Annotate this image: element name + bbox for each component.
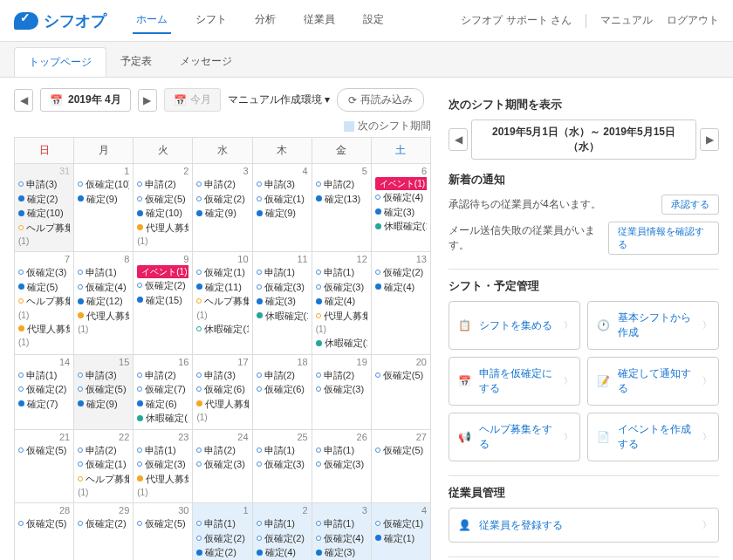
shift-item: イベント(1) [137, 265, 188, 278]
shift-item: 仮確定(3) [316, 280, 367, 295]
shift-item: 確定(3) [375, 205, 427, 220]
separator [449, 475, 719, 476]
day-number: 4 [257, 166, 308, 176]
calendar-cell[interactable]: 24申請(2)仮確定(3) [193, 429, 252, 503]
calendar-cell[interactable]: 19申請(2)仮確定(3) [312, 354, 371, 429]
nav-analysis[interactable]: 分析 [251, 7, 279, 34]
shift-item: 確定(7) [18, 397, 70, 412]
app-header: シフオプ ホーム シフト 分析 従業員 設定 シフオプ サポート さん マニュア… [0, 0, 733, 42]
day-number: 29 [78, 505, 129, 516]
reload-button[interactable]: ⟳ 再読み込み [337, 88, 424, 112]
shift-item: (1) [137, 235, 188, 248]
day-number: 11 [257, 254, 308, 264]
status-dot [137, 210, 143, 216]
day-number: 27 [375, 432, 427, 442]
shift-action-button[interactable]: 🕐基本シフトから作成〉 [587, 301, 719, 350]
status-dot [137, 461, 142, 467]
tab-toppage[interactable]: トップページ [14, 47, 106, 77]
action-icon: 📄 [595, 429, 611, 445]
calendar-cell[interactable]: 26申請(1)仮確定(3) [312, 429, 371, 503]
calendar-cell[interactable]: 3申請(2)仮確定(2)確定(9) [193, 164, 252, 252]
manual-link[interactable]: マニュアル [600, 13, 653, 28]
shift-item: 申請(2) [257, 368, 308, 383]
shift-item: ヘルプ募集 [18, 221, 70, 236]
nav-settings[interactable]: 設定 [360, 7, 387, 34]
calendar-cell[interactable]: 14申請(1)仮確定(2)確定(7) [15, 354, 74, 429]
calendar-cell[interactable]: 8申請(1)仮確定(4)確定(12)代理人募集(1) [74, 252, 134, 355]
shift-action-button[interactable]: 📅申請を仮確定にする〉 [449, 357, 580, 406]
calendar-cell[interactable]: 25申請(1)仮確定(3) [252, 429, 312, 503]
shift-action-button[interactable]: 📄イベントを作成する〉 [587, 413, 719, 461]
calendar-cell[interactable]: 2申請(2)仮確定(5)確定(10)代理人募集(1) [134, 164, 193, 252]
status-dot [78, 298, 84, 304]
tab-message[interactable]: メッセージ [166, 47, 246, 77]
tab-schedule[interactable]: 予定表 [106, 47, 166, 77]
shift-item: ヘルプ募集 [78, 472, 129, 487]
shift-action-button[interactable]: 📝確定して通知する〉 [587, 357, 719, 406]
status-dot [257, 210, 263, 216]
shift-item: 仮確定(2) [18, 382, 70, 397]
calendar-cell[interactable]: 1仮確定(10)確定(9) [74, 164, 134, 252]
notice-action-button[interactable]: 承認する [661, 195, 719, 215]
calendar-cell[interactable]: 12申請(1)仮確定(3)確定(4)代理人募集(1)休暇確定(1) [312, 252, 371, 355]
calendar-cell[interactable]: 18申請(2)仮確定(6) [252, 354, 312, 429]
nav-home[interactable]: ホーム [133, 7, 171, 34]
calendar-cell[interactable]: 6イベント(1)仮確定(4)確定(3)休暇確定(1) [371, 164, 430, 252]
period-range[interactable]: 2019年5月1日（水）～ 2019年5月15日（水） [471, 120, 696, 160]
nav-employee[interactable]: 従業員 [300, 7, 339, 34]
status-dot [196, 461, 202, 467]
calendar-cell[interactable]: 27仮確定(5) [371, 429, 430, 503]
shift-action-button[interactable]: 📋シフトを集める〉 [449, 301, 580, 350]
calendar-cell[interactable]: 3申請(1)仮確定(4)確定(3) [312, 503, 371, 561]
calendar-cell[interactable]: 17申請(3)仮確定(6)代理人募集(1) [193, 354, 252, 429]
shift-item: 仮確定(4) [316, 531, 367, 546]
status-dot [316, 372, 321, 378]
day-number: 5 [316, 166, 367, 176]
chevron-right-icon: 〉 [702, 375, 711, 387]
action-icon: 📋 [456, 318, 472, 333]
calendar-cell[interactable]: 7仮確定(3)確定(5)ヘルプ募集(1)代理人募集(1) [15, 252, 74, 355]
status-dot [137, 297, 143, 303]
status-dot [375, 283, 381, 290]
notice-action-button[interactable]: 従業員情報を確認する [608, 222, 719, 255]
prev-month-button[interactable]: ◀ [14, 89, 33, 112]
register-employee-button[interactable]: 👤従業員を登録する〉 [449, 508, 719, 543]
period-prev-button[interactable]: ◀ [449, 128, 468, 151]
chevron-right-icon: 〉 [702, 319, 711, 331]
shift-item: 仮確定(3) [257, 280, 308, 295]
calendar-cell[interactable]: 21仮確定(5) [15, 429, 74, 503]
calendar-cell[interactable]: 29仮確定(2) [74, 503, 134, 561]
env-selector[interactable]: マニュアル作成環境 ▾ [228, 92, 330, 107]
nav-shift[interactable]: シフト [192, 7, 230, 34]
month-selector[interactable]: 📅 2019年 4月 [40, 88, 131, 112]
calendar-cell[interactable]: 4申請(3)仮確定(1)確定(9) [252, 164, 312, 252]
calendar-icon: 📅 [174, 94, 187, 106]
shift-item: 申請(3) [257, 177, 308, 192]
calendar-cell[interactable]: 1申請(1)仮確定(2)確定(2) [193, 503, 252, 561]
calendar-cell[interactable]: 9イベント(1)仮確定(2)確定(15) [134, 252, 193, 355]
calendar-cell[interactable]: 16申請(2)仮確定(7)確定(6)休暇確定(1) [134, 354, 193, 429]
calendar-cell[interactable]: 2申請(1)仮確定(2)確定(4)ヘルプ募集(1) [252, 503, 312, 561]
calendar-cell[interactable]: 11申請(1)仮確定(3)確定(3)休暇確定(1) [252, 252, 312, 355]
shift-action-button[interactable]: 📢ヘルプ募集をする〉 [449, 413, 580, 461]
status-dot [316, 195, 322, 201]
calendar-cell[interactable]: 22申請(2)仮確定(1)ヘルプ募集(1) [74, 429, 134, 503]
calendar-cell[interactable]: 15申請(3)仮確定(5)確定(9) [74, 354, 134, 429]
calendar-cell[interactable]: 5申請(2)確定(13) [312, 164, 371, 252]
period-next-button[interactable]: ▶ [700, 128, 719, 151]
calendar-cell[interactable]: 20仮確定(5) [371, 354, 430, 429]
logout-link[interactable]: ログアウト [667, 13, 719, 28]
calendar-cell[interactable]: 28仮確定(5) [15, 503, 74, 561]
status-dot [18, 400, 24, 406]
calendar-cell[interactable]: 13仮確定(2)確定(4) [371, 252, 430, 355]
next-month-button[interactable]: ▶ [138, 89, 157, 112]
status-dot [18, 298, 24, 304]
shift-item: (1) [18, 336, 70, 349]
calendar-cell[interactable]: 23申請(1)仮確定(3)代理人募集(1) [134, 429, 193, 503]
calendar-cell[interactable]: 30仮確定(5) [134, 503, 193, 561]
calendar-cell[interactable]: 10仮確定(1)確定(11)ヘルプ募集(1)休暇確定(1) [193, 252, 252, 355]
calendar-cell[interactable]: 4仮確定(1)確定(1) [371, 503, 430, 561]
chevron-right-icon: 〉 [564, 375, 572, 387]
this-month-button[interactable]: 📅 今月 [164, 88, 221, 112]
calendar-cell[interactable]: 31申請(3)確定(2)確定(10)ヘルプ募集(1) [15, 164, 74, 252]
